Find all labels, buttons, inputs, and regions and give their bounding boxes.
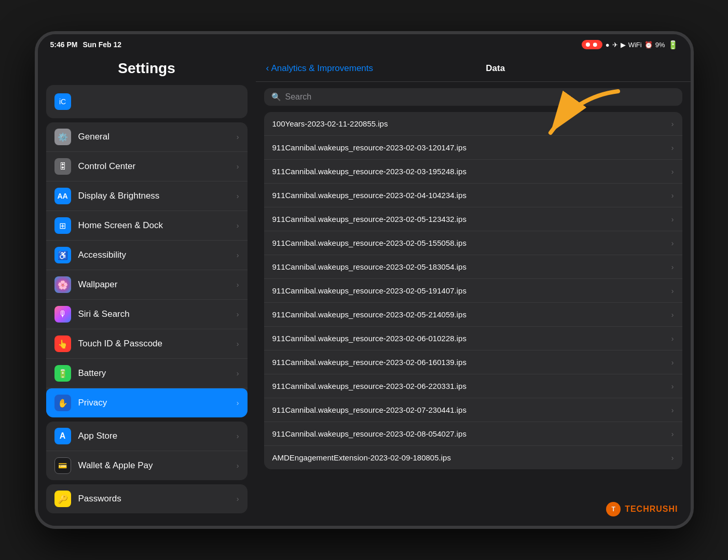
control-center-label: Control Center: [78, 161, 136, 172]
file-chevron-14: ›: [671, 454, 674, 462]
file-item-7[interactable]: 911Cannibal.wakeups_resource-2023-02-05-…: [264, 279, 682, 303]
sidebar-item-scrolled[interactable]: iC: [46, 87, 248, 116]
file-chevron-10: ›: [671, 358, 674, 367]
accessibility-chevron: ›: [237, 251, 239, 259]
touch-id-chevron: ›: [237, 340, 239, 348]
right-header: ‹ Analytics & Improvements Data: [256, 55, 691, 82]
back-label: Analytics & Improvements: [271, 63, 374, 74]
battery-icon: 🔋: [668, 40, 678, 50]
sidebar-item-battery[interactable]: 🔋 Battery ›: [46, 359, 248, 388]
wallpaper-chevron: ›: [237, 281, 239, 289]
touch-id-label: Touch ID & Passcode: [78, 339, 163, 349]
battery-label: Battery: [78, 368, 106, 379]
sidebar-item-wallpaper[interactable]: 🌸 Wallpaper ›: [46, 270, 248, 300]
sidebar-item-privacy[interactable]: ✋ Privacy ›: [46, 388, 248, 417]
file-name-7: 911Cannibal.wakeups_resource-2023-02-05-…: [272, 286, 466, 295]
back-chevron-icon: ‹: [266, 63, 269, 74]
airplane-icon: ✈: [612, 41, 618, 49]
sidebar-item-touch-id[interactable]: 👆 Touch ID & Passcode ›: [46, 329, 248, 359]
file-chevron-8: ›: [671, 311, 674, 319]
status-icons: ● ✈ ▶ WiFi ⏰ 9% 🔋: [606, 40, 678, 50]
privacy-icon: ✋: [54, 395, 71, 411]
file-name-10: 911Cannibal.wakeups_resource-2023-02-06-…: [272, 358, 466, 367]
file-chevron-3: ›: [671, 191, 674, 200]
display-chevron: ›: [237, 192, 239, 200]
back-button[interactable]: ‹ Analytics & Improvements: [266, 63, 374, 74]
sidebar-item-general[interactable]: ⚙️ General ›: [46, 122, 248, 152]
sidebar-item-siri[interactable]: 🎙 Siri & Search ›: [46, 300, 248, 329]
sidebar-item-home-screen[interactable]: ⊞ Home Screen & Dock ›: [46, 211, 248, 241]
file-list-inner: 100Years-2023-02-11-220855.ips › 911Cann…: [264, 112, 682, 469]
app-store-icon: A: [54, 428, 71, 444]
file-item-1[interactable]: 911Cannibal.wakeups_resource-2023-02-03-…: [264, 136, 682, 160]
right-panel: ‹ Analytics & Improvements Data 🔍 Search: [256, 55, 691, 526]
wallet-chevron: ›: [237, 461, 239, 470]
file-chevron-0: ›: [671, 120, 674, 128]
file-item-3[interactable]: 911Cannibal.wakeups_resource-2023-02-04-…: [264, 184, 682, 207]
file-chevron-13: ›: [671, 430, 674, 438]
file-item-9[interactable]: 911Cannibal.wakeups_resource-2023-02-06-…: [264, 327, 682, 351]
sidebar-item-accessibility[interactable]: ♿ Accessibility ›: [46, 241, 248, 270]
file-name-11: 911Cannibal.wakeups_resource-2023-02-06-…: [272, 382, 466, 390]
file-name-6: 911Cannibal.wakeups_resource-2023-02-05-…: [272, 262, 466, 271]
file-item-11[interactable]: 911Cannibal.wakeups_resource-2023-02-06-…: [264, 374, 682, 398]
search-placeholder[interactable]: Search: [285, 92, 312, 102]
record-icon: ⏺: [592, 41, 598, 48]
sidebar-title: Settings: [46, 55, 248, 85]
siri-chevron: ›: [237, 310, 239, 318]
battery-chevron: ›: [237, 369, 239, 377]
sidebar-item-display[interactable]: AA Display & Brightness ›: [46, 181, 248, 211]
file-item-13[interactable]: 911Cannibal.wakeups_resource-2023-02-08-…: [264, 422, 682, 446]
scrolled-icon: iC: [54, 93, 71, 110]
file-item-4[interactable]: 911Cannibal.wakeups_resource-2023-02-05-…: [264, 207, 682, 231]
file-chevron-12: ›: [671, 406, 674, 414]
wallpaper-label: Wallpaper: [78, 279, 118, 290]
sidebar-item-control-center[interactable]: 🎛 Control Center ›: [46, 152, 248, 181]
file-name-3: 911Cannibal.wakeups_resource-2023-02-04-…: [272, 191, 466, 200]
file-item-10[interactable]: 911Cannibal.wakeups_resource-2023-02-06-…: [264, 351, 682, 374]
general-label: General: [78, 132, 109, 142]
file-item-14[interactable]: AMDEngagementExtension-2023-02-09-180805…: [264, 446, 682, 469]
file-name-1: 911Cannibal.wakeups_resource-2023-02-03-…: [272, 143, 466, 152]
general-icon: ⚙️: [54, 129, 71, 145]
sidebar-item-app-store[interactable]: A App Store ›: [46, 422, 248, 451]
battery-icon: 🔋: [54, 365, 71, 382]
alarm-icon: ⏰: [644, 41, 653, 49]
search-icon: 🔍: [271, 92, 281, 102]
recording-indicator: ⏺: [582, 40, 602, 49]
watermark: T TECHRUSHI: [606, 502, 678, 516]
dot-icon: ●: [606, 41, 610, 49]
accessibility-label: Accessibility: [78, 250, 127, 260]
sidebar-group-1: ⚙️ General › 🎛 Control Center › AA: [46, 122, 248, 417]
app-store-label: App Store: [78, 431, 118, 441]
wallet-icon: 💳: [54, 457, 71, 474]
control-center-chevron: ›: [237, 162, 239, 171]
sidebar-item-wallet[interactable]: 💳 Wallet & Apple Pay ›: [46, 451, 248, 480]
accessibility-icon: ♿: [54, 247, 71, 263]
sidebar-item-passwords[interactable]: 🔑 Passwords ›: [46, 484, 248, 513]
home-screen-chevron: ›: [237, 221, 239, 230]
battery-text: 9%: [655, 41, 665, 49]
wallpaper-icon: 🌸: [54, 276, 71, 293]
page-title: Data: [486, 63, 505, 74]
watermark-accent: RUSHI: [650, 505, 678, 513]
file-item-2[interactable]: 911Cannibal.wakeups_resource-2023-02-03-…: [264, 160, 682, 184]
file-item-6[interactable]: 911Cannibal.wakeups_resource-2023-02-05-…: [264, 255, 682, 279]
watermark-brand: TECH: [625, 505, 650, 513]
privacy-chevron: ›: [237, 399, 239, 407]
display-icon: AA: [54, 188, 71, 204]
general-chevron: ›: [237, 133, 239, 141]
file-chevron-11: ›: [671, 382, 674, 390]
file-item-12[interactable]: 911Cannibal.wakeups_resource-2023-02-07-…: [264, 398, 682, 422]
privacy-label: Privacy: [78, 398, 107, 408]
file-chevron-5: ›: [671, 239, 674, 247]
file-name-2: 911Cannibal.wakeups_resource-2023-02-03-…: [272, 167, 466, 176]
file-chevron-9: ›: [671, 334, 674, 343]
passwords-label: Passwords: [78, 494, 121, 504]
file-item-0[interactable]: 100Years-2023-02-11-220855.ips ›: [264, 112, 682, 136]
home-screen-label: Home Screen & Dock: [78, 220, 163, 231]
sidebar-group-2: A App Store › 💳 Wallet & Apple Pay ›: [46, 422, 248, 480]
control-center-icon: 🎛: [54, 158, 71, 175]
file-item-8[interactable]: 911Cannibal.wakeups_resource-2023-02-05-…: [264, 303, 682, 327]
file-item-5[interactable]: 911Cannibal.wakeups_resource-2023-02-05-…: [264, 231, 682, 255]
